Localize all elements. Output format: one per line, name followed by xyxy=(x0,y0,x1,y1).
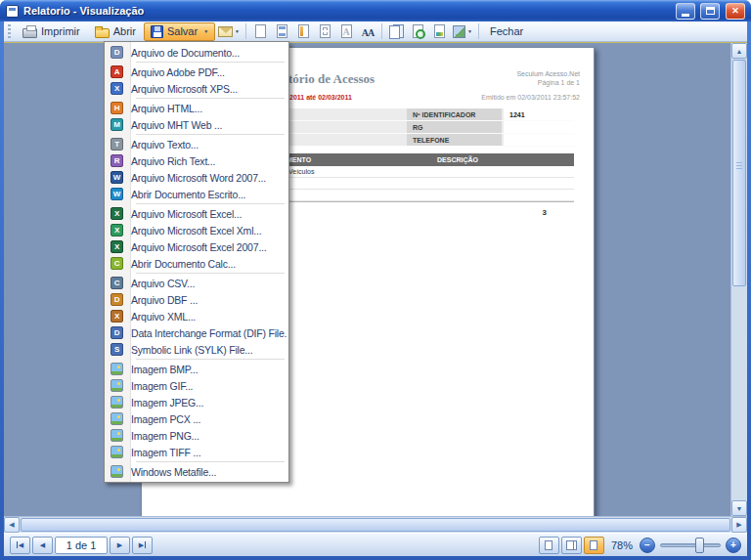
dropdown-caret-icon: ▼ xyxy=(467,28,472,34)
menu-item[interactable]: Arquivo Microsoft Excel 2007... xyxy=(107,238,287,255)
zoom-value: 78% xyxy=(611,539,633,551)
menu-item[interactable]: Arquivo HTML... xyxy=(107,100,287,116)
page-width-view-icon xyxy=(590,540,597,550)
toolbar-grip[interactable] xyxy=(8,24,11,38)
menu-item-label: Arquivo Microsoft Excel... xyxy=(131,208,242,220)
watermark-page-button[interactable] xyxy=(336,22,356,41)
writer-file-icon xyxy=(110,188,123,200)
menu-item-label: Arquivo DBF ... xyxy=(131,294,198,306)
scroll-up-icon[interactable]: ▲ xyxy=(731,43,747,59)
next-page-button[interactable]: ▶ xyxy=(110,537,130,554)
scroll-down-icon[interactable]: ▼ xyxy=(731,500,747,516)
menu-item[interactable]: Symbolic Link (SYLK) File... xyxy=(107,341,287,358)
tiff-image-icon xyxy=(110,446,123,458)
menu-item[interactable]: Data Interchange Format (DIF) File... xyxy=(107,324,287,341)
menu-item[interactable]: Imagem BMP... xyxy=(107,361,287,377)
menu-item[interactable]: Arquivo CSV... xyxy=(107,275,287,291)
menu-item[interactable]: Arquivo de Documento... xyxy=(107,44,287,61)
scale-button[interactable] xyxy=(293,22,313,41)
maximize-button[interactable] xyxy=(700,3,720,20)
imprimir-button[interactable]: Imprimir xyxy=(16,22,87,41)
menu-item[interactable]: Imagem JPEG... xyxy=(107,394,287,410)
csv-file-icon xyxy=(110,277,123,289)
menu-item[interactable]: Arquivo Rich Text... xyxy=(107,152,287,169)
menu-item[interactable]: Arquivo DBF ... xyxy=(107,291,287,308)
menu-item-label: Imagem GIF... xyxy=(131,380,193,392)
salvar-button[interactable]: Salvar ▼ xyxy=(144,22,215,41)
menu-item[interactable]: Windows Metafile... xyxy=(107,463,287,480)
vertical-scrollbar[interactable]: ▲ ▼ xyxy=(730,43,747,516)
zoom-out-button[interactable]: − xyxy=(640,538,655,553)
zoom-page-icon xyxy=(413,24,423,38)
single-page-view-icon xyxy=(545,540,552,550)
report-page-number: 3 xyxy=(543,208,547,217)
menu-item-label: Imagem JPEG... xyxy=(131,397,203,409)
zoom-in-button[interactable]: + xyxy=(726,538,741,553)
menu-item-label: Imagem PCX ... xyxy=(131,413,200,425)
page-setup-button[interactable] xyxy=(250,22,270,41)
menu-item[interactable]: Imagem GIF... xyxy=(107,377,287,394)
previous-page-button[interactable]: ◀ xyxy=(32,537,53,554)
field-value xyxy=(504,134,574,146)
minimize-icon xyxy=(682,14,689,17)
window-content: Imprimir Abrir Salvar ▼ ▼ ▼ Fechar xyxy=(4,22,747,556)
abrir-button[interactable]: Abrir xyxy=(88,22,143,41)
close-button[interactable]: ✕ xyxy=(726,3,745,20)
menu-item[interactable]: Arquivo Microsoft XPS... xyxy=(107,80,287,97)
multiple-pages-button[interactable] xyxy=(386,22,406,41)
vertical-scrollbar-thumb[interactable] xyxy=(732,60,746,286)
email-icon-group: ▼ xyxy=(216,22,242,41)
window-title: Relatorio - Visualização xyxy=(23,5,671,17)
header-footer-button[interactable] xyxy=(272,22,291,41)
menu-item-label: Arquivo CSV... xyxy=(131,278,195,289)
horizontal-scrollbar-thumb[interactable] xyxy=(21,518,730,532)
fechar-button[interactable]: Fechar xyxy=(483,22,530,41)
last-page-button[interactable]: ▶ xyxy=(132,537,153,554)
menu-item[interactable]: Abrir Documento Calc... xyxy=(107,255,287,272)
facing-pages-view-button[interactable] xyxy=(561,537,582,554)
menu-item[interactable]: Arquivo MHT Web ... xyxy=(107,116,287,133)
zoom-slider-thumb[interactable] xyxy=(695,538,704,553)
field-label: Nº IDENTIFICADOR xyxy=(407,108,502,120)
scroll-left-icon[interactable]: ◀ xyxy=(4,517,20,533)
menu-item[interactable]: Arquivo Adobe PDF... xyxy=(107,64,287,80)
menu-item[interactable]: Imagem PCX ... xyxy=(107,410,287,427)
menu-separator xyxy=(136,461,285,462)
menu-item[interactable]: Arquivo Microsoft Excel... xyxy=(107,205,287,222)
menu-item-label: Arquivo XML... xyxy=(131,311,196,323)
first-page-button[interactable]: ◀ xyxy=(10,537,30,554)
menu-item[interactable]: Arquivo XML... xyxy=(107,308,287,324)
report-period-dates: 2011 até 02/03/2011 xyxy=(289,94,352,101)
menu-item-label: Arquivo HTML... xyxy=(131,103,202,114)
facing-pages-view-icon xyxy=(566,540,574,550)
status-bar: ◀ ◀ 1 de 1 ▶ ▶ 78% − + xyxy=(4,533,747,556)
page-color-button[interactable] xyxy=(429,22,449,41)
png-image-icon xyxy=(110,429,123,442)
send-email-button[interactable]: ▼ xyxy=(216,22,242,41)
scroll-right-icon[interactable]: ▶ xyxy=(731,517,747,533)
margins-button[interactable] xyxy=(315,22,334,41)
menu-item[interactable]: Imagem PNG... xyxy=(107,427,287,444)
menu-item[interactable]: Arquivo Microsoft Word 2007... xyxy=(107,169,287,186)
menu-item[interactable]: Arquivo Texto... xyxy=(107,136,287,152)
menu-item-label: Arquivo Microsoft Excel 2007... xyxy=(131,241,267,253)
watermark-button[interactable]: ▼ xyxy=(451,22,474,41)
menu-item[interactable]: Abrir Documento Escrito... xyxy=(107,186,287,202)
horizontal-scrollbar[interactable]: ◀ ▶ xyxy=(4,516,747,533)
page-width-view-button[interactable] xyxy=(584,537,604,554)
menu-separator xyxy=(136,98,285,99)
calc-file-icon xyxy=(110,257,123,270)
salvar-label: Salvar xyxy=(167,25,198,37)
title-bar[interactable]: Relatorio - Visualização ✕ xyxy=(0,0,751,22)
page-number-box[interactable]: 1 de 1 xyxy=(55,537,108,554)
find-button[interactable] xyxy=(358,22,377,41)
zoom-page-button[interactable] xyxy=(408,22,427,41)
field-value xyxy=(504,121,574,133)
zoom-slider[interactable] xyxy=(660,538,721,553)
menu-item[interactable]: Imagem TIFF ... xyxy=(107,444,287,460)
menu-item[interactable]: Arquivo Microsoft Excel Xml... xyxy=(107,222,287,238)
single-page-view-button[interactable] xyxy=(539,537,559,554)
menu-separator xyxy=(136,203,285,204)
minimize-button[interactable] xyxy=(676,3,695,20)
report-page-info: Página 1 de 1 xyxy=(538,79,580,86)
